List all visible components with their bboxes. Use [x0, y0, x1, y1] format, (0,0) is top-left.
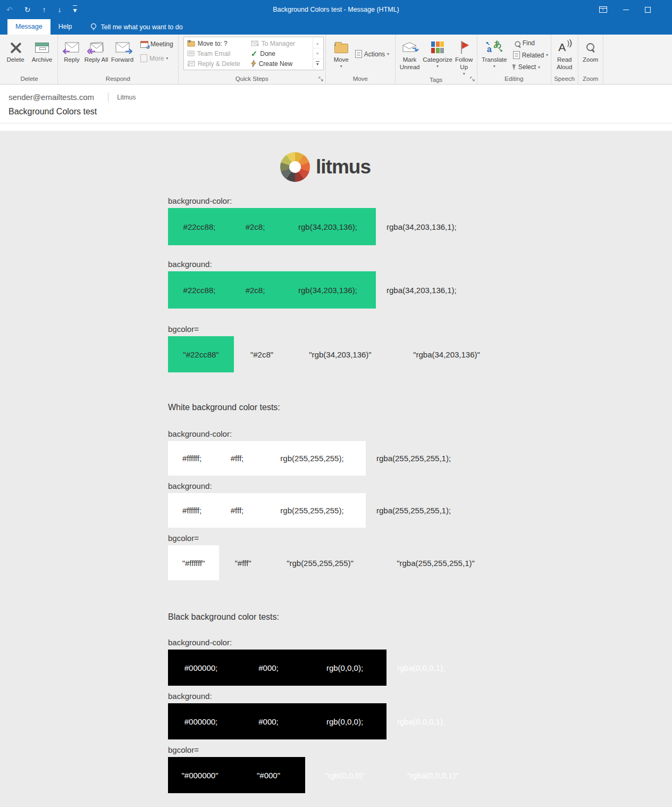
group-move: ↓ Move ▾ Actions ▾ Move [326, 35, 396, 84]
move-button[interactable]: ↓ Move ▾ [327, 36, 355, 69]
archive-button[interactable]: Archive [28, 36, 56, 64]
color-value-unrendered: rgba(0,0,0,1); [397, 717, 445, 726]
title-bar: ↶ ↻ ↑ ↓ ▾ Background Colors test - Messa… [0, 0, 672, 19]
undo-icon[interactable]: ↶ [6, 6, 13, 13]
color-value: #000; [234, 663, 303, 672]
tab-help[interactable]: Help [51, 19, 80, 35]
sender-email: sender@emailtests.com [9, 93, 94, 102]
background-color-test-row: #ffffff; #fff; rgb(255,255,255); rgba(25… [168, 441, 672, 476]
minimize-icon[interactable] [623, 10, 629, 10]
color-swatch-cell: "#000000" "#000" [168, 757, 305, 793]
color-value: #000; [234, 717, 303, 726]
meeting-calendar-icon [140, 41, 148, 48]
color-value-unrendered: rgba(0,0,0,1); [397, 663, 445, 672]
group-label-delete: Delete [1, 74, 57, 84]
tab-message[interactable]: Message [7, 19, 51, 35]
categorize-button[interactable]: Categorize ▾ [422, 36, 452, 69]
section-heading: White background color tests: [168, 403, 672, 412]
quick-step-create-new[interactable]: Create New [249, 60, 312, 68]
color-value: #22cc88; [168, 286, 231, 295]
color-value: #ffffff; [168, 454, 216, 463]
window-controls [599, 6, 672, 13]
green-color-tests: background-color: #22cc88; #2c8; rgb(34,… [168, 196, 672, 372]
reply-button[interactable]: Reply [60, 36, 84, 64]
property-label: background: [168, 481, 672, 490]
select-button[interactable]: Select ▾ [513, 63, 548, 71]
color-value: rgb(255,255,255); [258, 454, 366, 463]
related-button[interactable]: Related ▾ [513, 51, 548, 59]
property-label: background: [168, 260, 672, 269]
email-body: litmus background-color: #22cc88; #2c8; … [0, 131, 672, 807]
white-color-bar: #ffffff; #fff; rgb(255,255,255); [168, 441, 366, 476]
find-button[interactable]: Find [513, 39, 548, 47]
dialog-launcher-icon[interactable] [470, 77, 475, 82]
property-label: background-color: [168, 196, 672, 205]
bgcolor-attr-test-row: "#000000" "#000" "rgb(0,0,0)" "rgba(0,0,… [168, 757, 672, 793]
group-label-move: Move [326, 74, 395, 84]
quick-steps-gallery: Move to: ? Team Email Reply & Delete To … [183, 37, 324, 70]
quick-step-move-to[interactable]: Move to: ? [185, 40, 249, 47]
ribbon-display-options-icon[interactable] [599, 6, 607, 13]
litmus-logo: litmus [0, 131, 661, 182]
move-folder-icon: ↓ [334, 44, 348, 53]
more-respond-button[interactable]: More ▾ [140, 54, 173, 62]
dialog-launcher-icon[interactable] [318, 77, 324, 82]
translate-icon: aあ↖↘ [487, 40, 502, 54]
reply-all-envelope-icon [89, 42, 104, 53]
property-label: bgcolor= [168, 325, 672, 334]
meeting-button[interactable]: Meeting [140, 40, 173, 48]
litmus-color-wheel-icon [280, 152, 310, 182]
scroll-down-icon[interactable]: ▼ [313, 48, 322, 59]
quick-steps-more-icon[interactable]: ▼ [313, 59, 322, 69]
tell-me-box[interactable]: Tell me what you want to do [90, 19, 182, 35]
forward-button[interactable]: Forward [108, 36, 136, 64]
send-receive-icon[interactable]: ↻ [24, 6, 31, 13]
quick-step-team-email[interactable]: Team Email [185, 50, 249, 57]
color-value: #2c8; [231, 222, 280, 231]
color-value: #000000; [168, 717, 234, 726]
color-value: "#000000" [168, 757, 232, 793]
quick-access-toolbar: ↶ ↻ ↑ ↓ ▾ [0, 5, 77, 14]
previous-item-icon[interactable]: ↑ [42, 6, 46, 13]
quick-step-done[interactable]: ✓ Done [249, 49, 312, 59]
color-value-unrendered: "rgb(34,203,136)" [290, 336, 391, 372]
green-color-bar: #22cc88; #2c8; rgb(34,203,136); [168, 271, 376, 309]
more-respond-icon [140, 54, 147, 62]
sender-name: Litmus [117, 94, 136, 101]
lightbulb-icon [90, 23, 97, 31]
scroll-up-icon[interactable]: ▲ [313, 38, 322, 48]
mark-unread-envelope-icon [402, 42, 417, 53]
follow-up-button[interactable]: Follow Up ▾ [453, 36, 475, 76]
translate-button[interactable]: aあ↖↘ Translate ▾ [479, 36, 510, 69]
ribbon-tab-bar: Message Help Tell me what you want to do [0, 19, 672, 35]
litmus-wordmark: litmus [316, 156, 371, 178]
quick-step-reply-delete[interactable]: Reply & Delete [185, 60, 249, 68]
reply-all-button[interactable]: Reply All [84, 36, 108, 64]
next-item-icon[interactable]: ↓ [57, 6, 61, 13]
group-delete: Delete Archive Delete [1, 35, 58, 84]
dropdown-arrow-icon: ▾ [387, 52, 389, 56]
actions-button[interactable]: Actions ▾ [355, 50, 389, 58]
message-subject: Background Colors test [9, 107, 672, 117]
green-color-bar: #22cc88; #2c8; rgb(34,203,136); [168, 208, 376, 245]
property-label: background-color: [168, 638, 672, 647]
color-value-unrendered: "#2c8" [234, 336, 290, 372]
zoom-button[interactable]: Zoom [580, 36, 601, 64]
background-color-test-row: #000000; #000; rgb(0,0,0); rgba(0,0,0,1)… [168, 650, 672, 686]
select-cursor-icon [512, 63, 517, 70]
actions-page-icon [355, 50, 362, 58]
color-value: rgb(255,255,255); [258, 506, 366, 515]
group-quick-steps: Move to: ? Team Email Reply & Delete To … [179, 35, 326, 84]
dropdown-arrow-icon: ▾ [538, 65, 540, 70]
maximize-icon[interactable] [645, 7, 651, 13]
read-aloud-button[interactable]: A Read Aloud [553, 36, 576, 71]
property-label: bgcolor= [168, 745, 672, 754]
ribbon: Delete Archive Delete Reply [0, 35, 672, 85]
white-color-bar: #ffffff; #fff; rgb(255,255,255); [168, 493, 366, 528]
customize-qat-icon[interactable]: ▾ [73, 5, 77, 14]
mark-unread-button[interactable]: Mark Unread [397, 36, 423, 71]
background-test-row: #000000; #000; rgb(0,0,0); rgba(0,0,0,1)… [168, 703, 672, 739]
archive-box-icon [35, 43, 49, 53]
delete-button[interactable]: Delete [3, 36, 28, 64]
quick-step-to-manager[interactable]: To Manager [249, 40, 312, 47]
